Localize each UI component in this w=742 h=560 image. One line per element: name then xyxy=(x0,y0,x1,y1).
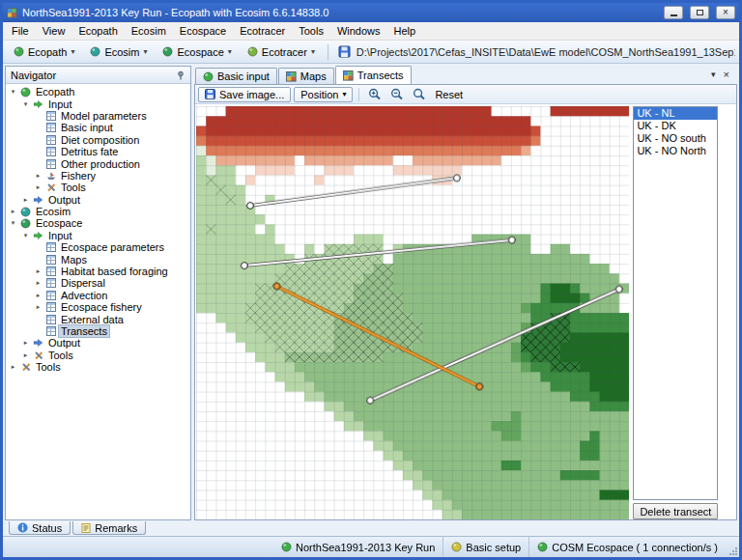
maximize-button[interactable] xyxy=(690,6,709,19)
status-scenario-segment: COSM Ecospace ( 1 connection/s ) xyxy=(528,537,726,557)
toolbar-button-ecosim[interactable]: Ecosim▾ xyxy=(83,43,154,61)
tab-transects[interactable]: Transects xyxy=(335,66,412,84)
caret-down-icon: ▾ xyxy=(228,47,232,56)
toolbar-button-ecopath[interactable]: Ecopath▾ xyxy=(7,43,81,61)
save-image-button[interactable]: Save image... xyxy=(198,87,291,102)
tree-item-tools[interactable]: ▸Tools xyxy=(6,361,190,373)
tree-item-basic-input[interactable]: Basic input xyxy=(6,122,190,133)
chevron-collapsed-icon[interactable]: ▸ xyxy=(21,351,30,359)
save-button[interactable] xyxy=(334,43,355,60)
chevron-collapsed-icon[interactable]: ▸ xyxy=(21,196,30,204)
transect-list-item[interactable]: UK - NO south xyxy=(634,132,717,145)
tree-item-label: Dispersal xyxy=(59,277,107,289)
tree-item-output[interactable]: ▸Output xyxy=(6,337,190,349)
grid-icon xyxy=(45,326,56,336)
title-bar: NorthSea1991-2013 Key Run - Ecopath with… xyxy=(3,3,739,22)
tree-item-label: Ecospace parameters xyxy=(59,241,166,253)
tab-maps[interactable]: Maps xyxy=(278,68,334,84)
tree-item-diet-composition[interactable]: Diet composition xyxy=(6,134,190,146)
zoom-out-button[interactable] xyxy=(387,87,407,101)
menu-item-help[interactable]: Help xyxy=(387,23,423,39)
tree-item-label: Fishery xyxy=(59,170,98,182)
chevron-collapsed-icon[interactable]: ▸ xyxy=(9,208,17,215)
close-tab-button[interactable]: × xyxy=(724,69,729,80)
menu-item-ecopath[interactable]: Ecopath xyxy=(71,23,124,39)
caret-down-icon: ▾ xyxy=(342,90,346,98)
tree-item-ecosim[interactable]: ▸Ecosim xyxy=(6,206,190,217)
tree-item-input[interactable]: ▾Input xyxy=(6,230,190,241)
chevron-expanded-icon[interactable]: ▾ xyxy=(21,100,30,108)
pin-icon[interactable] xyxy=(176,70,186,80)
transect-list[interactable]: UK - NLUK - DKUK - NO southUK - NO North xyxy=(633,106,718,500)
menu-item-ecotracer[interactable]: Ecotracer xyxy=(233,23,292,39)
reset-button[interactable]: Reset xyxy=(432,88,466,101)
transect-list-item[interactable]: UK - DK xyxy=(634,120,717,132)
tab-basic-input[interactable]: Basic input xyxy=(195,68,277,84)
tab-list-button[interactable]: ▾ xyxy=(711,70,716,79)
tree-item-advection[interactable]: ▸Advection xyxy=(6,290,190,301)
tree-item-ecospace-fishery[interactable]: ▸Ecospace fishery xyxy=(6,301,190,313)
navigator-header: Navigator xyxy=(6,67,190,84)
tree-item-dispersal[interactable]: ▸Dispersal xyxy=(6,277,190,289)
tree-item-maps[interactable]: Maps xyxy=(6,253,190,265)
tree-item-ecopath[interactable]: ▾Ecopath xyxy=(6,86,190,98)
toolbar-separator xyxy=(358,88,359,101)
minimize-button[interactable] xyxy=(664,6,683,19)
toolbar-button-ecospace[interactable]: Ecospace▾ xyxy=(156,43,238,61)
menu-item-windows[interactable]: Windows xyxy=(330,23,387,39)
sphere-green-icon xyxy=(203,71,214,82)
tree-item-label: Ecospace xyxy=(34,217,84,229)
tree-item-label: Output xyxy=(46,194,82,206)
transect-list-item[interactable]: UK - NL xyxy=(634,107,717,120)
position-dropdown[interactable]: Position ▾ xyxy=(294,87,353,102)
status-tab[interactable]: Status xyxy=(9,521,71,535)
info-icon xyxy=(17,522,28,533)
remarks-tab[interactable]: Remarks xyxy=(72,521,146,535)
tree-item-ecospace-parameters[interactable]: Ecospace parameters xyxy=(6,241,190,253)
menu-item-ecosim[interactable]: Ecosim xyxy=(125,23,173,39)
menu-item-tools[interactable]: Tools xyxy=(292,23,330,39)
tree-item-detritus-fate[interactable]: Detritus fate xyxy=(6,146,190,157)
menu-item-ecospace[interactable]: Ecospace xyxy=(173,23,233,39)
zoom-in-button[interactable] xyxy=(365,87,385,101)
tree-item-fishery[interactable]: ▸Fishery xyxy=(6,170,190,182)
chevron-collapsed-icon[interactable]: ▸ xyxy=(21,339,30,347)
chevron-collapsed-icon[interactable]: ▸ xyxy=(34,292,43,299)
tree-item-label: Tools xyxy=(59,182,88,193)
tree-item-output[interactable]: ▸Output xyxy=(6,194,190,206)
menu-item-file[interactable]: File xyxy=(5,23,36,39)
tree-item-ecospace[interactable]: ▾Ecospace xyxy=(6,217,190,229)
tree-item-model-parameters[interactable]: Model parameters xyxy=(6,110,190,122)
transect-list-item[interactable]: UK - NO North xyxy=(634,145,717,157)
grid-icon xyxy=(45,135,56,145)
chevron-collapsed-icon[interactable]: ▸ xyxy=(34,279,43,287)
chevron-collapsed-icon[interactable]: ▸ xyxy=(34,183,43,191)
tree-item-label: Transects xyxy=(59,325,109,337)
tree-item-habitat-based-foraging[interactable]: ▸Habitat based foraging xyxy=(6,266,190,277)
tree-item-label: Maps xyxy=(59,254,89,266)
tree-item-transects[interactable]: Transects xyxy=(6,325,190,337)
map-grid-icon xyxy=(343,70,354,81)
chevron-collapsed-icon[interactable]: ▸ xyxy=(34,303,43,311)
tree-item-tools[interactable]: ▸Tools xyxy=(6,182,190,193)
tree-item-other-production[interactable]: Other production xyxy=(6,157,190,169)
resize-grip[interactable] xyxy=(728,546,738,556)
chevron-collapsed-icon[interactable]: ▸ xyxy=(34,267,43,275)
chevron-collapsed-icon[interactable]: ▸ xyxy=(9,363,17,371)
menu-item-view[interactable]: View xyxy=(36,23,72,39)
delete-transect-button[interactable]: Delete transect xyxy=(633,503,718,519)
tree-item-label: Tools xyxy=(34,361,63,373)
status-tab-label: Status xyxy=(32,522,62,534)
tree-item-input[interactable]: ▾Input xyxy=(6,98,190,109)
zoom-reset-button[interactable] xyxy=(410,87,429,101)
chevron-expanded-icon[interactable]: ▾ xyxy=(9,88,17,96)
close-button[interactable]: × xyxy=(716,6,735,19)
maximize-icon xyxy=(697,10,703,15)
chevron-collapsed-icon[interactable]: ▸ xyxy=(34,172,43,180)
toolbar-button-ecotracer[interactable]: Ecotracer▾ xyxy=(241,43,322,61)
chevron-expanded-icon[interactable]: ▾ xyxy=(21,232,30,239)
transect-map-canvas[interactable] xyxy=(196,106,629,519)
tree-item-external-data[interactable]: External data xyxy=(6,313,190,324)
tree-item-tools[interactable]: ▸Tools xyxy=(6,350,190,361)
chevron-expanded-icon[interactable]: ▾ xyxy=(9,219,17,227)
